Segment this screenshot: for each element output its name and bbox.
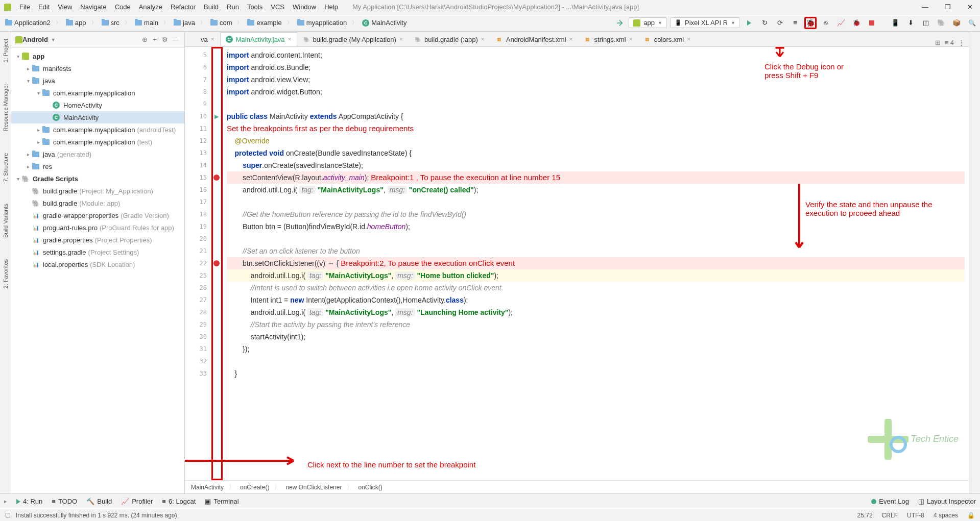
expand-arrow-icon[interactable]: ▾ — [14, 176, 21, 182]
breakpoint-cell[interactable] — [211, 282, 221, 294]
apply-code-button[interactable]: ⟳ — [774, 17, 786, 29]
tree-row[interactable]: ▸manifests — [11, 62, 184, 75]
apply-changes-button[interactable]: ↻ — [758, 17, 771, 29]
breakpoint-cell[interactable] — [211, 171, 221, 184]
expand-arrow-icon[interactable]: ▸ — [25, 66, 32, 71]
left-tab----project[interactable]: 1: Project — [2, 36, 10, 65]
breakpoint-cell[interactable] — [211, 122, 221, 135]
code-line[interactable]: public class MainActivity extends AppCom… — [227, 110, 965, 122]
expand-arrow-icon[interactable]: ▸ — [35, 139, 42, 145]
code-line[interactable] — [227, 355, 965, 367]
breakpoint-cell[interactable] — [211, 208, 221, 220]
code-line[interactable]: }); — [227, 343, 965, 355]
logcat-tool-tab[interactable]: ≡ 6: Logcat — [162, 498, 196, 505]
tree-row[interactable]: CMainActivity — [11, 111, 184, 123]
expand-arrow-icon[interactable]: ▾ — [25, 78, 32, 84]
breadcrumb-item[interactable]: myapplication — [294, 18, 350, 28]
select-opened-file-button[interactable]: ⊕ — [139, 35, 150, 45]
breakpoint-cell[interactable]: ▶ — [211, 110, 221, 122]
close-tab-icon[interactable]: × — [399, 36, 403, 43]
menu-vcs[interactable]: VCS — [267, 2, 289, 12]
tree-row[interactable]: 🐘build.gradle (Project: My_Application) — [11, 185, 184, 197]
line-number-gutter[interactable]: 5678910111213141516171819202122252627282… — [185, 47, 211, 480]
line-number[interactable]: 33 — [185, 367, 211, 380]
line-number[interactable]: 14 — [185, 159, 211, 171]
code-line[interactable]: //Intent is used to switch between activ… — [227, 282, 965, 294]
code-line[interactable] — [227, 233, 965, 245]
terminal-tool-tab[interactable]: ▣ Terminal — [205, 498, 238, 505]
line-number[interactable]: 17 — [185, 196, 211, 208]
code-line[interactable]: Set the breakpoints first as per the deb… — [227, 122, 965, 135]
menu-code[interactable]: Code — [111, 2, 135, 12]
editor-tab[interactable]: ▦AndroidManifest.xml× — [490, 32, 579, 46]
breakpoint-cell[interactable] — [211, 73, 221, 86]
stop-button[interactable] — [866, 17, 878, 29]
breakpoint-cell[interactable] — [211, 147, 221, 159]
profiler-tool-tab[interactable]: 📈 Profiler — [121, 498, 153, 505]
code-line[interactable]: android.util.Log.i( tag: "MainActivityLo… — [227, 269, 965, 282]
left-tab-build-variants[interactable]: Build Variants — [2, 201, 10, 241]
breakpoint-cell[interactable] — [211, 98, 221, 110]
line-separator[interactable]: CRLF — [882, 512, 898, 519]
minimize-button[interactable]: — — [919, 3, 931, 11]
line-number[interactable]: 20 — [185, 233, 211, 245]
breakpoint-cell[interactable] — [211, 220, 221, 233]
line-number[interactable]: 19 — [185, 220, 211, 233]
menu-file[interactable]: File — [15, 2, 34, 12]
menu-navigate[interactable]: Navigate — [76, 2, 110, 12]
editor-tab[interactable]: 🐘build.gradle (My Application)× — [297, 32, 409, 46]
breakpoint-cell[interactable] — [211, 159, 221, 171]
device-selector[interactable]: 📱 Pixel XL API R ▼ — [670, 17, 740, 28]
code-line[interactable] — [227, 98, 965, 110]
breadcrumb-item[interactable]: Application2 — [2, 18, 54, 28]
breakpoint-cell[interactable] — [211, 245, 221, 257]
line-number[interactable]: 32 — [185, 355, 211, 367]
tree-row[interactable]: ▾java — [11, 75, 184, 87]
line-number[interactable]: 5 — [185, 49, 211, 61]
tabs-overflow-button[interactable]: ⊞ ≡ 4 ⋮ — [931, 39, 969, 46]
tree-row[interactable]: ▸com.example.myapplication (test) — [11, 136, 184, 148]
todo-tool-tab[interactable]: ≡ TODO — [52, 498, 77, 505]
breakpoint-cell[interactable] — [211, 86, 221, 98]
code-line[interactable]: android.util.Log.i( tag: "MainActivityLo… — [227, 306, 965, 318]
code-line[interactable]: Button btn = (Button)findViewById(R.id.h… — [227, 220, 965, 233]
sync-gradle-button[interactable] — [613, 17, 626, 29]
breakpoint-cell[interactable] — [211, 367, 221, 380]
expand-arrow-icon[interactable]: ▾ — [35, 90, 42, 96]
line-number[interactable]: 6 — [185, 61, 211, 73]
line-number[interactable]: 16 — [185, 184, 211, 196]
profile-button[interactable]: 📈 — [835, 17, 847, 29]
line-number[interactable]: 7 — [185, 73, 211, 86]
code-line[interactable]: setContentView(R.layout.activity_main); … — [227, 171, 965, 184]
close-button[interactable]: ✕ — [964, 3, 976, 11]
breakpoint-cell[interactable] — [211, 257, 221, 269]
line-number[interactable]: 12 — [185, 135, 211, 147]
breakpoint-cell[interactable] — [211, 135, 221, 147]
tree-row[interactable]: ▾app — [11, 50, 184, 62]
expand-arrow-icon[interactable]: ▸ — [35, 127, 42, 133]
tree-row[interactable]: 📊settings.gradle (Project Settings) — [11, 246, 184, 258]
breakpoint-icon[interactable] — [213, 175, 220, 181]
line-number[interactable]: 18 — [185, 208, 211, 220]
breakpoint-cell[interactable] — [211, 355, 221, 367]
menu-tools[interactable]: Tools — [243, 2, 267, 12]
lock-icon[interactable]: 🔒 — [967, 512, 975, 519]
tree-row[interactable]: 📊gradle-wrapper.properties (Gradle Versi… — [11, 209, 184, 221]
expand-arrow-icon[interactable]: ▾ — [14, 54, 21, 59]
menu-edit[interactable]: Edit — [34, 2, 54, 12]
breadcrumb-item[interactable]: src — [99, 18, 123, 28]
close-tab-icon[interactable]: × — [288, 36, 292, 43]
editor-breadcrumb-item[interactable]: new OnClickListener — [285, 484, 342, 491]
code-line[interactable]: android.util.Log.i( tag: "MainActivityLo… — [227, 184, 965, 196]
close-tab-icon[interactable]: × — [481, 36, 485, 43]
run-config-selector[interactable]: app ▼ — [629, 17, 667, 28]
menu-view[interactable]: View — [54, 2, 76, 12]
code-line[interactable]: //Start the activity by passing the inte… — [227, 318, 965, 331]
code-editor[interactable]: import android.content.Intent;import and… — [223, 47, 969, 480]
expand-arrow-icon[interactable]: ▸ — [25, 164, 32, 169]
run-tool-tab[interactable]: 4: Run — [16, 498, 42, 505]
breakpoint-cell[interactable] — [211, 343, 221, 355]
breadcrumb-item[interactable]: java — [171, 18, 198, 28]
tree-row[interactable]: 📊proguard-rules.pro (ProGuard Rules for … — [11, 221, 184, 234]
build-tool-tab[interactable]: 🔨 Build — [86, 498, 112, 505]
